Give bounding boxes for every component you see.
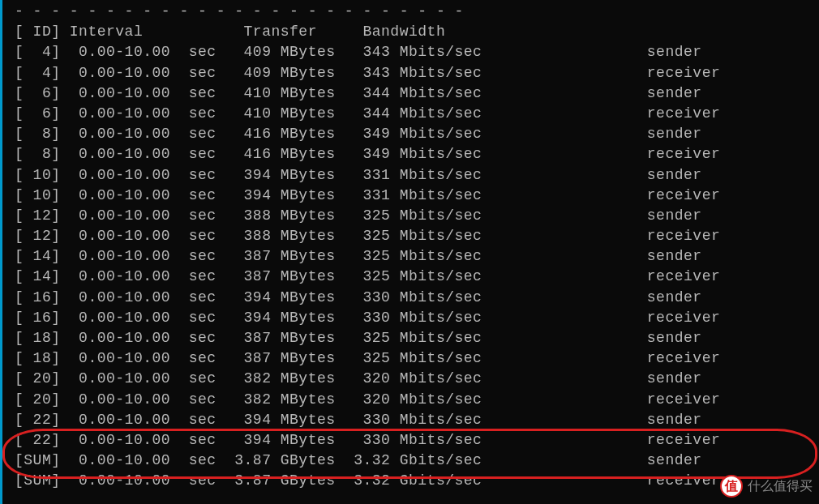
table-row: [ 8] 0.00-10.00 sec 416 MBytes 349 Mbits… bbox=[15, 144, 819, 164]
table-row: [ 14] 0.00-10.00 sec 387 MBytes 325 Mbit… bbox=[15, 246, 819, 267]
blank-line bbox=[15, 492, 819, 505]
table-row: [ 4] 0.00-10.00 sec 409 MBytes 343 Mbits… bbox=[15, 42, 819, 62]
table-row: [SUM] 0.00-10.00 sec 3.87 GBytes 3.32 Gb… bbox=[15, 451, 819, 471]
watermark: 值 什么值得买 bbox=[720, 475, 813, 498]
table-row: [ 10] 0.00-10.00 sec 394 MBytes 331 Mbit… bbox=[15, 165, 819, 186]
table-row: [ 18] 0.00-10.00 sec 387 MBytes 325 Mbit… bbox=[15, 348, 819, 369]
table-row: [ 16] 0.00-10.00 sec 394 MBytes 330 Mbit… bbox=[15, 288, 819, 308]
table-row: [ 22] 0.00-10.00 sec 394 MBytes 330 Mbit… bbox=[15, 410, 819, 430]
table-row: [ 12] 0.00-10.00 sec 388 MBytes 325 Mbit… bbox=[15, 226, 819, 246]
table-row: [SUM] 0.00-10.00 sec 3.87 GBytes 3.32 Gb… bbox=[15, 471, 819, 491]
table-row: [ 8] 0.00-10.00 sec 416 MBytes 349 Mbits… bbox=[15, 124, 819, 144]
table-rows: [ 4] 0.00-10.00 sec 409 MBytes 343 Mbits… bbox=[15, 42, 819, 491]
table-row: [ 10] 0.00-10.00 sec 394 MBytes 331 Mbit… bbox=[15, 186, 819, 206]
table-row: [ 20] 0.00-10.00 sec 382 MBytes 320 Mbit… bbox=[15, 390, 819, 410]
table-row: [ 16] 0.00-10.00 sec 394 MBytes 330 Mbit… bbox=[15, 308, 819, 328]
separator-line: - - - - - - - - - - - - - - - - - - - - … bbox=[15, 2, 819, 22]
column-header: [ ID] Interval Transfer Bandwidth bbox=[15, 22, 819, 42]
table-row: [ 18] 0.00-10.00 sec 387 MBytes 325 Mbit… bbox=[15, 328, 819, 348]
watermark-text: 什么值得买 bbox=[748, 477, 813, 495]
table-row: [ 22] 0.00-10.00 sec 394 MBytes 330 Mbit… bbox=[15, 430, 819, 451]
table-row: [ 6] 0.00-10.00 sec 410 MBytes 344 Mbits… bbox=[15, 83, 819, 104]
watermark-badge-icon: 值 bbox=[720, 475, 743, 498]
table-row: [ 4] 0.00-10.00 sec 409 MBytes 343 Mbits… bbox=[15, 63, 819, 83]
table-row: [ 20] 0.00-10.00 sec 382 MBytes 320 Mbit… bbox=[15, 369, 819, 389]
terminal-output: - - - - - - - - - - - - - - - - - - - - … bbox=[15, 2, 819, 504]
table-row: [ 14] 0.00-10.00 sec 387 MBytes 325 Mbit… bbox=[15, 267, 819, 287]
table-row: [ 6] 0.00-10.00 sec 410 MBytes 344 Mbits… bbox=[15, 104, 819, 124]
table-row: [ 12] 0.00-10.00 sec 388 MBytes 325 Mbit… bbox=[15, 206, 819, 226]
